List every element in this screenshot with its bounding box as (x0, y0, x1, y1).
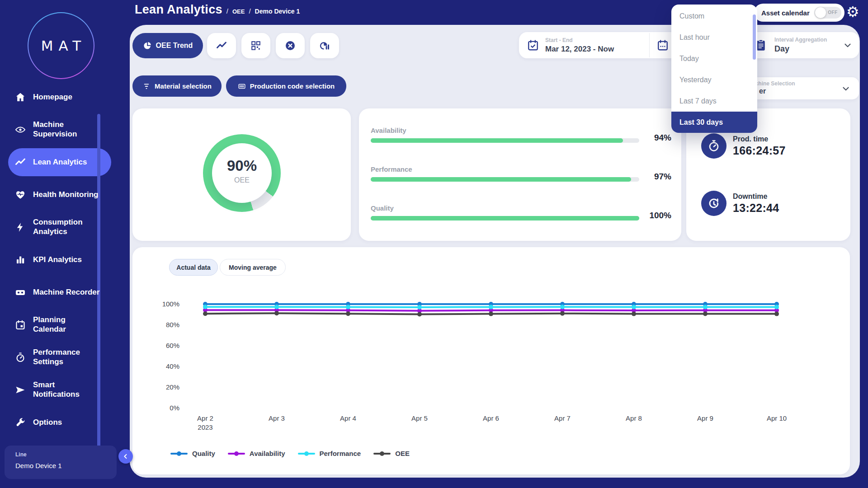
asset-calendar-toggle[interactable]: OFF (814, 7, 841, 19)
chevron-left-icon (122, 452, 130, 460)
sidebar-item-homepage[interactable]: Homepage (0, 81, 118, 113)
kpi-bar-label: Availability (371, 127, 406, 134)
legend-swatch (298, 453, 315, 455)
svg-text:Apr 5: Apr 5 (411, 414, 428, 422)
svg-text:80%: 80% (166, 321, 179, 328)
sidebar-item-label: KPI Analytics (33, 255, 82, 265)
sidebar-item-label: Performance Settings (33, 348, 80, 366)
trend-icon (15, 157, 26, 168)
sidebar-item-label: Machine Supervision (33, 120, 77, 139)
device-card[interactable]: Line Demo Device 1 (5, 446, 117, 479)
svg-text:Apr 9: Apr 9 (697, 414, 713, 422)
qr-grid-icon (250, 40, 261, 51)
legend-swatch (373, 453, 391, 455)
stopwatch-gauge-icon (15, 352, 26, 363)
kpi-bar-row-quality: Quality100% (359, 204, 681, 240)
time-stat-text: Downtime13:22:44 (733, 192, 779, 215)
time-stat-label: Downtime (733, 192, 779, 201)
sidebar-item-health-monitoring[interactable]: Health Monitoring (0, 178, 118, 211)
svg-text:Apr 6: Apr 6 (483, 414, 499, 422)
preset-item-yesterday[interactable]: Yesterday (671, 69, 757, 90)
wrench-icon (15, 417, 26, 428)
sidebar-item-performance-settings[interactable]: Performance Settings (0, 341, 118, 374)
time-stat-icon-circle (701, 191, 726, 216)
pie-bars-icon (319, 40, 330, 51)
chart-legend: QualityAvailabilityPerformanceOEE (170, 450, 410, 457)
time-stat-icon-circle (701, 133, 726, 159)
breadcrumb-device[interactable]: Demo Device 1 (255, 8, 300, 15)
date-range-value: Mar 12, 2023 - Now (545, 45, 614, 54)
material-selection-label: Material selection (155, 82, 212, 90)
sidebar-item-label: Homepage (33, 93, 72, 102)
calendar-check-icon (527, 39, 539, 51)
view-line-chart-button[interactable] (207, 33, 236, 58)
legend-item-quality: Quality (170, 450, 215, 457)
dropdown-scrollbar[interactable] (753, 14, 756, 60)
sidebar-item-machine-recorder[interactable]: Machine Recorder (0, 276, 118, 309)
oee-trend-button[interactable]: OEE Trend (132, 33, 203, 58)
svg-text:Apr 10: Apr 10 (767, 414, 787, 422)
svg-text:Apr 7: Apr 7 (554, 414, 571, 422)
svg-text:100%: 100% (162, 300, 179, 308)
trend-line-chart: 100%80%60%40%20%0%Apr 22023Apr 3Apr 4Apr… (146, 290, 833, 455)
sidebar-item-label: Health Monitoring (33, 190, 98, 200)
sidebar-item-planning-calendar[interactable]: Planning Calendar (0, 309, 118, 341)
svg-text:Apr 8: Apr 8 (626, 414, 642, 422)
sidebar-item-lean-analytics[interactable]: Lean Analytics (0, 146, 118, 178)
interval-aggregation-label: Interval Aggregation (774, 37, 827, 43)
asset-calendar-label: Asset calendar (761, 9, 810, 17)
oee-gauge-label: OEE (203, 176, 281, 184)
kpi-bar-track (371, 138, 639, 143)
chevron-down-icon (843, 40, 853, 52)
interval-aggregation-select[interactable]: Interval Aggregation Day (748, 32, 859, 58)
sidebar-item-label: Planning Calendar (33, 315, 66, 334)
filter-icon (142, 82, 151, 90)
production-code-selection-button[interactable]: Production code selection (226, 75, 346, 97)
preset-item-last-7-days[interactable]: Last 7 days (671, 90, 757, 112)
time-stat-text: Prod. time166:24:57 (733, 135, 786, 157)
app-logo: MAT (28, 12, 94, 79)
legend-swatch (170, 453, 188, 455)
home-icon (15, 92, 26, 103)
svg-text:20%: 20% (166, 383, 179, 391)
view-qr-grid-button[interactable] (241, 33, 270, 58)
view-pie-bars-button[interactable] (310, 33, 339, 58)
preset-item-last-hour[interactable]: Last hour (671, 27, 757, 48)
breadcrumb-oee[interactable]: OEE (232, 8, 245, 15)
sidebar-item-options[interactable]: Options (0, 406, 118, 439)
material-selection-button[interactable]: Material selection (132, 75, 222, 97)
legend-item-availability: Availability (228, 450, 285, 457)
trend-chart-card: Actual data Moving average 100%80%60%40%… (132, 247, 850, 474)
legend-label: Quality (192, 450, 215, 457)
sidebar-item-consumption-analytics[interactable]: Consumption Analytics (0, 211, 118, 244)
kpi-bar-label: Quality (371, 204, 394, 212)
kpi-bar-row-performance: Performance97% (359, 165, 681, 202)
sidebar-item-label: Consumption Analytics (33, 218, 83, 236)
calendar-presets-icon[interactable] (657, 39, 669, 53)
preset-item-today[interactable]: Today (671, 48, 757, 69)
time-stat-label: Prod. time (733, 135, 786, 143)
sidebar-item-machine-supervision[interactable]: Machine Supervision (0, 113, 118, 146)
time-stat-value: 13:22:44 (733, 202, 779, 215)
tab-moving-average[interactable]: Moving average (220, 259, 286, 276)
preset-item-custom[interactable]: Custom (671, 5, 757, 27)
sidebar-item-kpi-analytics[interactable]: KPI Analytics (0, 244, 118, 276)
sidebar-item-smart-notifications[interactable]: Smart Notifications (0, 374, 118, 406)
legend-item-performance: Performance (298, 450, 361, 457)
kpi-bar-row-availability: Availability94% (359, 127, 681, 163)
heart-pulse-icon (15, 189, 26, 200)
svg-text:Apr 3: Apr 3 (269, 414, 285, 422)
kpi-bar-fill (371, 216, 639, 221)
sidebar-scrollbar[interactable] (97, 114, 100, 454)
preset-item-last-30-days[interactable]: Last 30 days (671, 112, 757, 133)
date-preset-dropdown: CustomLast hourTodayYesterdayLast 7 days… (671, 5, 757, 133)
breadcrumb: Lean Analytics / OEE / Demo Device 1 (135, 3, 300, 23)
settings-gear-icon[interactable]: ⚙ (846, 3, 859, 21)
date-range-picker[interactable]: Start - End Mar 12, 2023 - Now (519, 32, 691, 58)
kpi-bar-track (371, 177, 639, 182)
kpi-bar-label: Performance (371, 165, 412, 173)
sidebar-collapse-button[interactable] (118, 449, 133, 464)
interval-aggregation-value: Day (774, 44, 789, 54)
tab-actual-data[interactable]: Actual data (169, 259, 218, 276)
view-stop-button[interactable] (276, 33, 305, 58)
